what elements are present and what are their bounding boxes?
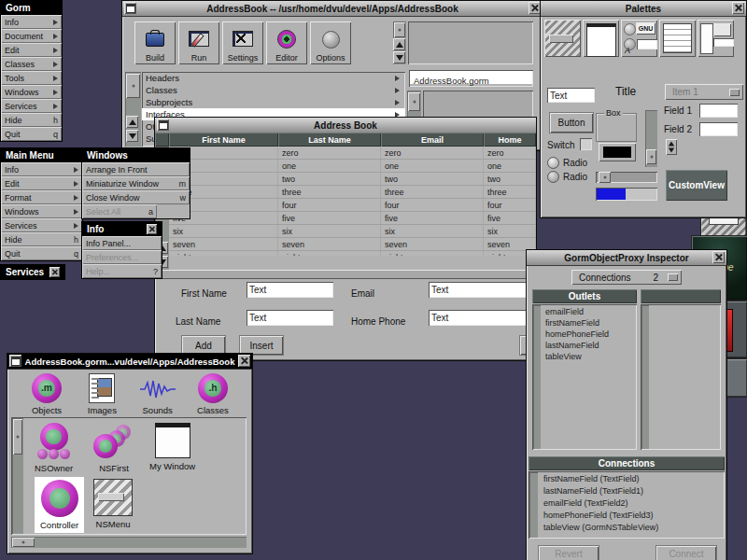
field1-input[interactable] [699,104,738,118]
scroll-knob[interactable] [408,92,420,111]
main-menu-title[interactable]: Main Menu [1,148,82,162]
misc-palette-tab[interactable] [698,20,734,57]
field2-input[interactable] [699,122,738,136]
scroll-down-button[interactable] [393,51,405,63]
miniaturize-button[interactable] [124,2,136,14]
table-row[interactable]: fourfourfourfour [169,199,536,212]
close-button[interactable] [238,355,250,367]
toolbar-scrollbar[interactable] [393,21,406,64]
scroll-knob[interactable] [13,419,22,455]
miniaturize-button[interactable] [9,355,21,367]
group-item-headers[interactable]: Headers [142,72,405,84]
outlet-item[interactable]: tableView [542,351,637,362]
menu-item-classes[interactable]: Classes [1,57,62,71]
object-nsfirst[interactable]: NSFirst [93,423,134,473]
table-row[interactable]: eighteighteighteight [169,251,536,256]
scroll-knob[interactable] [126,74,140,98]
connections-scrollbar[interactable] [529,472,538,538]
close-button[interactable] [147,224,157,234]
object-nsowner[interactable]: NSOwner [35,423,73,473]
settings-button[interactable]: Settings [222,21,263,64]
connection-item[interactable]: firstNameField (TextField) [540,473,725,485]
connection-item[interactable]: homePhoneField (TextField3) [540,510,725,522]
slider-sample[interactable] [596,172,657,183]
close-button[interactable] [49,267,60,277]
inspector-titlebar[interactable]: GormObjectProxy Inspector [527,250,726,266]
object-nsmenu[interactable]: NSMenu [93,479,133,529]
button-sample[interactable]: Button [549,112,594,133]
menu-item-close-window[interactable]: Close Windoww [82,190,190,204]
editor-button[interactable]: Editor [266,21,307,64]
menu-item-edit[interactable]: Edit [1,176,82,190]
split-divider[interactable] [155,270,536,279]
scroll-up-button[interactable] [126,116,138,128]
group-item-subprojects[interactable]: Subprojects [142,96,405,108]
box-sample[interactable]: Box [596,113,637,142]
gorm-document-titlebar[interactable]: AddressBook.gorm...vu/devel/Apps/Address… [7,354,252,370]
table-row[interactable]: oneoneoneone [169,160,536,173]
scroll-up-button[interactable] [393,38,405,50]
windows-menu-title[interactable]: Windows [82,148,190,162]
radio-button-2[interactable]: Radio [547,171,587,183]
scroll-knob[interactable] [394,22,405,37]
scroll-knob[interactable] [12,538,35,547]
table-row[interactable]: fivefivefivefive [169,212,536,225]
outlets-scrollbar[interactable] [533,305,541,449]
vertical-scroller-sample[interactable] [645,110,657,167]
menu-item-windows[interactable]: Windows [1,85,62,99]
file-item[interactable]: AddressBook.gorm [410,71,532,84]
menu-item-arrange-in-front[interactable]: Arrange In Front [82,162,190,176]
last-name-field[interactable]: Text [247,310,333,326]
outlet-item[interactable]: emailField [542,306,637,317]
radio-button-1[interactable]: Radio [547,157,587,169]
objects-hscrollbar[interactable] [11,537,247,548]
outlet-item[interactable]: homePhoneField [542,329,637,340]
outlet-item[interactable]: firstNameField [542,317,637,329]
revert-button[interactable]: Revert [538,545,599,560]
first-name-field[interactable]: Text [247,282,333,298]
connection-item[interactable]: tableView (GormNSTableView) [540,522,725,534]
menu-item-edit[interactable]: Edit [1,43,62,57]
object-my-window[interactable]: My Window [149,423,195,471]
object-controller[interactable]: Controller [35,477,84,533]
stepper-up-icon[interactable] [669,142,674,147]
menu-item-info[interactable]: Info [1,162,82,176]
text-field-sample[interactable]: Text [547,88,595,103]
stepper-sample[interactable] [666,139,677,155]
table-row[interactable]: threethreethreethree [169,186,536,199]
options-button[interactable]: Options [310,21,351,64]
menu-item-hide[interactable]: Hideh [1,113,62,127]
connection-item[interactable]: emailField (TextField2) [540,497,725,510]
controls-palette-tab[interactable]: GNU A [621,20,657,57]
targets-scrollbar[interactable] [641,305,649,449]
tab-images[interactable]: Images [76,371,128,415]
menu-item-tools[interactable]: Tools [1,71,62,85]
menu-item-document[interactable]: Document [1,29,62,43]
run-button[interactable]: Run [178,21,219,64]
close-button[interactable] [712,251,725,263]
gorm-menu-title[interactable]: Gorm [1,1,62,15]
miniaturize-button[interactable] [157,119,169,131]
column-header-home[interactable]: Home [484,133,536,147]
group-item-classes[interactable]: Classes [142,84,405,96]
stepper-down-icon[interactable] [669,148,674,153]
column-header-last-name[interactable]: Last Name [278,133,381,147]
color-well[interactable] [599,143,636,161]
data-palette-tab[interactable] [659,20,696,57]
menu-item-hide[interactable]: Hideh [1,232,82,246]
windows-palette-tab[interactable] [583,20,619,57]
menu-item-info-panel[interactable]: Info Panel... [82,236,162,250]
objects-scrollbar[interactable] [12,418,23,534]
title-label-sample[interactable]: Title [615,85,636,98]
menu-item-services[interactable]: Services [1,99,62,113]
menu-item-miniaturize-window[interactable]: Miniaturize Windowm [82,176,190,190]
tab-sounds[interactable]: Sounds [132,371,184,415]
services-menu-title[interactable]: Services [1,265,64,279]
menus-palette-tab[interactable] [544,20,581,57]
menu-item-info[interactable]: Info [1,15,62,29]
table-row[interactable]: zerozerozerozero [169,147,536,160]
inspector-popup[interactable]: Connections 2 [571,270,682,285]
menu-item-format[interactable]: Format [1,190,82,204]
scroll-knob[interactable] [646,149,656,164]
table-row[interactable]: sevensevensevenseven [169,238,536,251]
